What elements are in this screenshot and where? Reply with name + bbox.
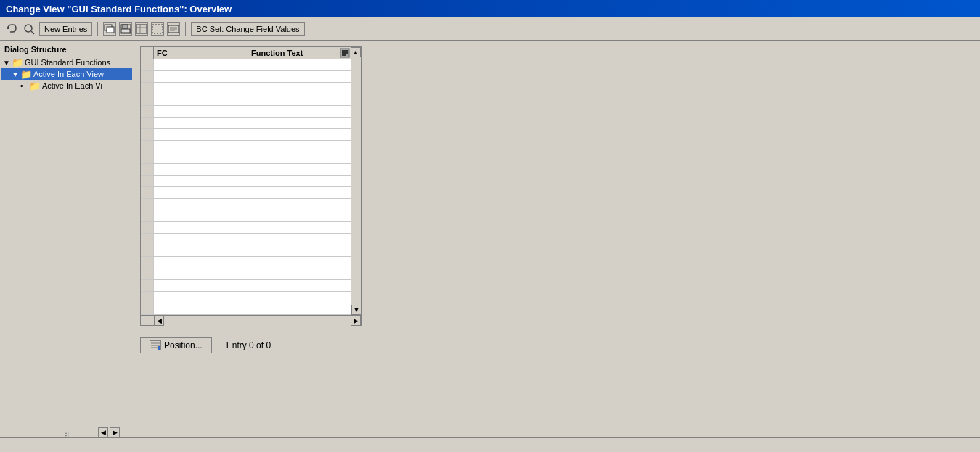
row-fc-cell[interactable] (154, 71, 248, 82)
table-row[interactable] (141, 234, 351, 245)
table-row[interactable] (141, 303, 351, 315)
row-function-text-cell[interactable] (248, 164, 351, 175)
table-row[interactable] (141, 257, 351, 268)
row-fc-cell[interactable] (154, 187, 248, 198)
save-icon[interactable] (119, 22, 132, 36)
table-row[interactable] (141, 152, 351, 164)
content-area: FC Function Text ▲ (134, 41, 980, 452)
table-row[interactable] (141, 199, 351, 210)
scroll-right-button[interactable]: ▶ (351, 316, 361, 326)
row-fc-cell[interactable] (154, 257, 248, 268)
table-row[interactable] (141, 83, 351, 94)
row-fc-cell[interactable] (154, 210, 248, 221)
svg-marker-0 (7, 26, 9, 29)
sidebar: Dialog Structure ▼ 📁 GUI Standard Functi… (0, 41, 134, 452)
row-function-text-cell[interactable] (248, 176, 351, 186)
scroll-down-button[interactable]: ▼ (351, 305, 362, 315)
table-row[interactable] (141, 292, 351, 303)
row-fc-cell[interactable] (154, 129, 248, 140)
select-all-icon[interactable] (135, 22, 148, 36)
sidebar-item-active-in-each-vi[interactable]: • 📁 Active In Each Vi (1, 80, 132, 91)
sidebar-left-arrow[interactable]: ◀ (98, 427, 108, 437)
row-fc-cell[interactable] (154, 59, 248, 70)
expand-icon-1: ▼ (12, 70, 20, 78)
deselect-icon[interactable] (151, 22, 164, 36)
col-fc-header: FC (154, 47, 248, 59)
title-bar: Change View "GUI Standard Functions": Ov… (0, 0, 980, 17)
table-row[interactable] (141, 176, 351, 187)
row-number (141, 257, 154, 268)
row-function-text-cell[interactable] (248, 210, 351, 221)
row-function-text-cell[interactable] (248, 94, 351, 105)
row-function-text-cell[interactable] (248, 199, 351, 210)
row-number (141, 187, 154, 198)
row-fc-cell[interactable] (154, 118, 248, 128)
col-functext-header: Function Text (248, 47, 338, 59)
bc-set-button[interactable]: BC Set: Change Field Values (191, 22, 304, 36)
row-function-text-cell[interactable] (248, 234, 351, 245)
row-function-text-cell[interactable] (248, 303, 351, 314)
row-fc-cell[interactable] (154, 280, 248, 291)
row-function-text-cell[interactable] (248, 59, 351, 70)
col-settings-icon[interactable] (338, 47, 351, 59)
row-function-text-cell[interactable] (248, 268, 351, 279)
separator-1 (97, 22, 98, 36)
expand-icon-0: ▼ (3, 59, 12, 67)
row-fc-cell[interactable] (154, 83, 248, 94)
row-fc-cell[interactable] (154, 303, 248, 314)
table-row[interactable] (141, 164, 351, 176)
row-fc-cell[interactable] (154, 199, 248, 210)
row-fc-cell[interactable] (154, 222, 248, 233)
find-icon[interactable] (22, 22, 36, 36)
row-function-text-cell[interactable] (248, 71, 351, 82)
scroll-up-button[interactable]: ▲ (351, 47, 361, 57)
new-entries-button[interactable]: New Entries (39, 22, 92, 36)
table-row[interactable] (141, 187, 351, 199)
undo-icon[interactable] (4, 22, 19, 36)
table-row[interactable] (141, 280, 351, 292)
copy-rows-icon[interactable] (103, 22, 116, 36)
row-function-text-cell[interactable] (248, 141, 351, 152)
sidebar-right-arrow[interactable]: ▶ (110, 427, 120, 437)
row-function-text-cell[interactable] (248, 222, 351, 233)
row-fc-cell[interactable] (154, 152, 248, 163)
table-row[interactable] (141, 141, 351, 152)
row-fc-cell[interactable] (154, 176, 248, 186)
position-button[interactable]: Position... (140, 337, 212, 353)
table-row[interactable] (141, 129, 351, 141)
details-icon[interactable] (167, 22, 180, 36)
row-function-text-cell[interactable] (248, 187, 351, 198)
row-function-text-cell[interactable] (248, 129, 351, 140)
row-fc-cell[interactable] (154, 245, 248, 256)
sidebar-item-label-0: GUI Standard Functions (25, 58, 110, 67)
table-row[interactable] (141, 71, 351, 83)
row-function-text-cell[interactable] (248, 245, 351, 256)
row-fc-cell[interactable] (154, 292, 248, 303)
row-function-text-cell[interactable] (248, 106, 351, 117)
table-row[interactable] (141, 118, 351, 129)
row-function-text-cell[interactable] (248, 280, 351, 291)
row-fc-cell[interactable] (154, 234, 248, 245)
row-fc-cell[interactable] (154, 268, 248, 279)
row-function-text-cell[interactable] (248, 292, 351, 303)
sidebar-item-active-in-each-view[interactable]: ▼ 📁 Active In Each View (1, 68, 132, 80)
toolbar: New Entries (0, 17, 980, 41)
table-row[interactable] (141, 245, 351, 257)
table-row[interactable] (141, 106, 351, 118)
table-row[interactable] (141, 222, 351, 234)
row-number (141, 268, 154, 279)
table-row[interactable] (141, 94, 351, 106)
table-row[interactable] (141, 59, 351, 71)
table-row[interactable] (141, 210, 351, 222)
row-fc-cell[interactable] (154, 94, 248, 105)
row-function-text-cell[interactable] (248, 152, 351, 163)
row-function-text-cell[interactable] (248, 118, 351, 128)
table-row[interactable] (141, 268, 351, 280)
sidebar-item-gui-standard-functions[interactable]: ▼ 📁 GUI Standard Functions (1, 57, 132, 68)
row-fc-cell[interactable] (154, 106, 248, 117)
scroll-left-button[interactable]: ◀ (154, 316, 164, 326)
row-function-text-cell[interactable] (248, 83, 351, 94)
row-function-text-cell[interactable] (248, 257, 351, 268)
row-fc-cell[interactable] (154, 141, 248, 152)
row-fc-cell[interactable] (154, 164, 248, 175)
